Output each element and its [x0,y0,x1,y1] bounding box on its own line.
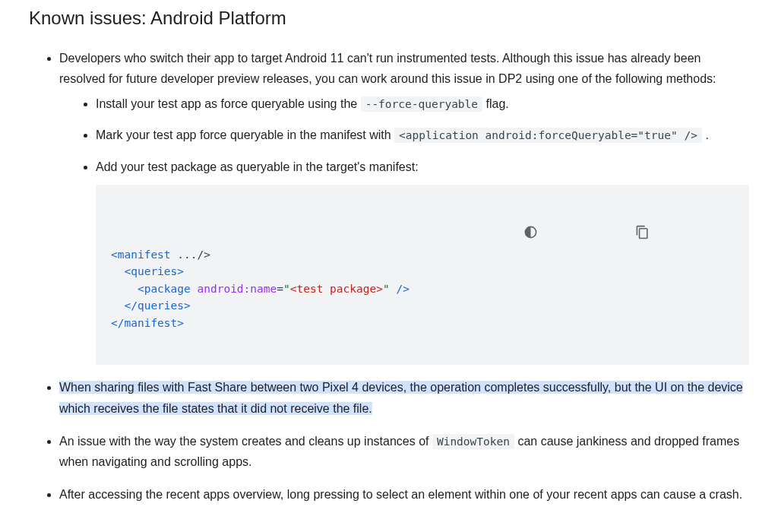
code-token: <manifest [111,249,171,261]
list-item: Mark your test app force queryable in th… [96,125,749,145]
issues-list: Developers who switch their app to targe… [29,48,749,505]
document-page: Known issues: Android Platform Developer… [0,0,778,532]
list-item: Add your test package as queryable in th… [96,157,749,366]
workarounds-list: Install your test app as force queryable… [59,93,749,365]
code-token: <test package> [290,283,383,295]
code-block-toolbar [523,191,742,274]
theme-toggle-icon[interactable] [523,191,630,274]
text: Mark your test app force queryable in th… [96,128,394,141]
code-token: <package [111,283,191,295]
code-token: " [283,283,290,295]
code-token: = [277,283,283,295]
text: . [705,128,708,141]
code-token: .../> [171,249,210,261]
issue-intro: Developers who switch their app to targe… [59,52,716,85]
text: An issue with the way the system creates… [59,435,432,448]
text: Add your test package as queryable in th… [96,160,419,173]
code-token: <queries> [111,265,184,277]
code-token: /> [390,283,410,295]
inline-code-force-queryable: --force-queryable [361,97,482,112]
page-title: Known issues: Android Platform [29,0,749,48]
text: Install your test app as force queryable… [96,97,361,110]
list-item: Developers who switch their app to targe… [59,48,749,366]
inline-code-windowtoken: WindowToken [432,434,514,449]
inline-code-manifest-application: <application android:forceQueryable="tru… [394,128,702,143]
list-item: After accessing the recent apps overview… [59,484,749,505]
code-block-manifest: <manifest .../> <queries> <package andro… [96,185,749,366]
list-item: Install your test app as force queryable… [96,93,749,114]
code-token: android:name [191,283,277,295]
list-item: When sharing files with Fast Share betwe… [59,377,749,418]
text: After accessing the recent apps overview… [59,488,742,501]
code-token: </queries> [111,299,191,312]
code-token: " [383,283,390,295]
text: flag. [486,97,509,110]
code-token: </manifest> [111,317,184,329]
list-item: An issue with the way the system creates… [59,431,749,472]
copy-icon[interactable] [635,191,742,274]
highlighted-issue-text: When sharing files with Fast Share betwe… [59,381,743,414]
